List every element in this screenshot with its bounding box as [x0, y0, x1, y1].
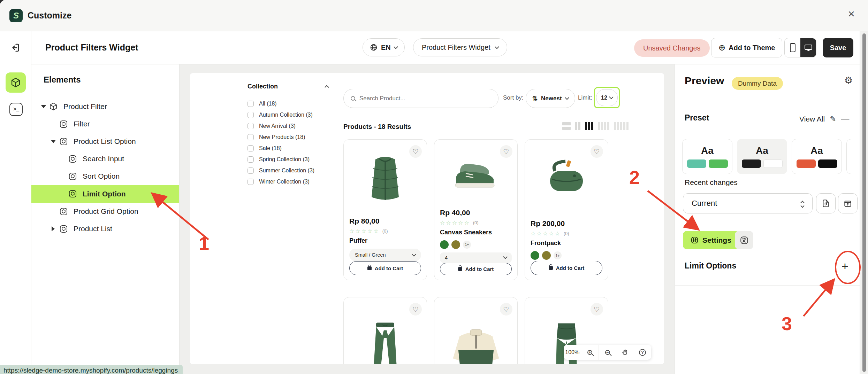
wishlist-heart-icon[interactable]: ♡	[591, 303, 603, 315]
checkbox[interactable]	[248, 167, 254, 174]
two-column-view-icon[interactable]	[575, 122, 580, 130]
caret-down-icon[interactable]	[51, 140, 56, 143]
widget-select-dropdown[interactable]: Product Filters Widget	[413, 38, 507, 56]
caret-down-icon[interactable]	[41, 105, 46, 108]
more-swatches-badge[interactable]: 1+	[463, 241, 471, 249]
quantity-select[interactable]: 4	[440, 252, 512, 263]
tree-item-product-list-option[interactable]: Product List Option	[31, 133, 179, 150]
add-to-cart-button[interactable]: Add to Cart	[531, 261, 602, 275]
tree-item-label: Product Filter	[63, 102, 107, 111]
view-all-link[interactable]: View All	[799, 115, 825, 123]
zoom-out-button[interactable]: −	[599, 345, 616, 360]
tree-item-product-grid-option[interactable]: Product Grid Option	[31, 203, 179, 220]
unsaved-changes-badge: Unsaved Changes	[634, 39, 710, 57]
checkbox[interactable]	[248, 112, 254, 118]
collection-checkbox-sale[interactable]: Sale (18)	[248, 145, 282, 151]
widget-select-value: Product Filters Widget	[422, 44, 490, 52]
language-value: EN	[381, 44, 391, 52]
collection-checkbox-summer[interactable]: Summer Collection (3)	[248, 167, 314, 174]
checkbox[interactable]	[248, 145, 254, 151]
collection-checkbox-spring[interactable]: Spring Collection (3)	[248, 156, 310, 163]
color-swatch-green[interactable]	[440, 240, 449, 249]
edit-pen-icon[interactable]: ✎	[830, 115, 836, 124]
three-column-view-icon[interactable]	[585, 122, 593, 130]
product-price: Rp 200,00	[531, 219, 602, 228]
exit-icon[interactable]	[10, 42, 20, 53]
add-to-cart-label: Add to Cart	[465, 266, 494, 272]
zoom-in-button[interactable]: +	[581, 345, 599, 360]
recent-changes-value: Current	[692, 199, 717, 208]
color-swatch-green[interactable]	[531, 251, 539, 260]
color-swatch-olive[interactable]	[451, 240, 460, 249]
four-column-view-icon[interactable]	[598, 122, 609, 130]
chevron-up-icon[interactable]	[325, 85, 329, 89]
add-to-cart-button[interactable]: Add to Cart	[349, 261, 421, 275]
desktop-icon	[804, 44, 813, 52]
collection-checkbox-new-arrival[interactable]: New Arrival (3)	[248, 123, 296, 129]
close-icon[interactable]: ×	[848, 8, 855, 20]
collection-checkbox-new-products[interactable]: New Products (18)	[248, 134, 305, 140]
checkbox-label: Autumn Collection (3)	[259, 112, 313, 118]
language-dropdown[interactable]: EN	[363, 38, 405, 56]
tree-item-filter[interactable]: Filter	[31, 115, 179, 133]
color-swatch-olive[interactable]	[542, 251, 551, 260]
product-search-field[interactable]	[343, 89, 498, 108]
wishlist-heart-icon[interactable]: ♡	[500, 145, 512, 158]
variant-select[interactable]: Small / Green	[349, 249, 421, 262]
gear-icon[interactable]: ⚙	[844, 75, 853, 86]
add-to-cart-label: Add to Cart	[375, 265, 403, 271]
preset-card-orange[interactable]: Aa	[792, 139, 842, 174]
add-to-cart-button[interactable]: Add to Cart	[440, 263, 512, 275]
checkbox[interactable]	[248, 123, 254, 129]
pan-hand-button[interactable]	[616, 345, 634, 360]
translation-tab-button[interactable]	[735, 231, 753, 249]
help-button[interactable]: ?	[634, 345, 651, 360]
checkbox[interactable]	[248, 156, 254, 163]
sort-dropdown[interactable]: ⇅ Newest	[526, 89, 575, 108]
list-view-icon[interactable]	[562, 122, 571, 130]
wishlist-heart-icon[interactable]: ♡	[500, 303, 512, 315]
collection-heading: Collection	[248, 83, 278, 90]
settings-tab-button[interactable]: Settings	[683, 231, 739, 249]
product-card-halfzip: ♡	[434, 297, 518, 364]
add-limit-option-button[interactable]: +	[842, 259, 848, 273]
caret-right-icon[interactable]	[52, 226, 55, 231]
add-to-theme-button[interactable]: ⊕ Add to Theme	[711, 38, 782, 57]
collapse-minus-icon[interactable]: —	[841, 114, 850, 124]
collection-checkbox-winter[interactable]: Winter Collection (3)	[248, 179, 310, 185]
collection-checkbox-autumn[interactable]: Autumn Collection (3)	[248, 112, 313, 118]
preset-card-green[interactable]: Aa	[682, 139, 732, 174]
terminal-icon[interactable]: >_	[9, 103, 23, 116]
checkbox[interactable]	[248, 101, 254, 107]
preset-card-partial[interactable]: Aa	[846, 139, 860, 174]
tree-item-product-filter[interactable]: Product Filter	[31, 98, 179, 115]
page-scrollbar[interactable]	[860, 31, 868, 374]
wishlist-heart-icon[interactable]: ♡	[591, 145, 603, 158]
wishlist-heart-icon[interactable]: ♡	[409, 145, 422, 158]
divider	[31, 96, 179, 96]
recent-changes-select[interactable]: Current	[683, 193, 813, 213]
grid-view-switcher	[562, 122, 629, 130]
import-history-button[interactable]	[816, 193, 836, 213]
desktop-preview-button[interactable]	[800, 38, 816, 57]
more-swatches-badge[interactable]: 1+	[554, 251, 562, 259]
search-input[interactable]	[359, 95, 478, 102]
tree-item-limit-option-selected[interactable]: Limit Option	[31, 185, 179, 203]
elements-tab-button[interactable]	[6, 72, 26, 93]
add-to-cart-label: Add to Cart	[556, 265, 585, 271]
mobile-preview-button[interactable]	[785, 38, 800, 57]
tree-item-search-input[interactable]: Search Input	[31, 150, 179, 167]
collection-checkbox-all[interactable]: All (18)	[248, 101, 277, 107]
preset-card-dark-selected[interactable]: Aa	[737, 139, 787, 174]
save-button[interactable]: Save	[823, 38, 853, 57]
tree-item-sort-option[interactable]: Sort Option	[31, 167, 179, 185]
checkbox[interactable]	[248, 134, 254, 140]
five-column-view-icon[interactable]	[614, 122, 629, 130]
limit-dropdown[interactable]: 12	[596, 89, 618, 106]
scrollbar-thumb[interactable]	[862, 33, 866, 372]
export-history-button[interactable]	[838, 193, 858, 213]
tree-item-product-list[interactable]: Product List	[31, 220, 179, 237]
wishlist-heart-icon[interactable]: ♡	[409, 303, 422, 315]
product-name: Puffer	[349, 237, 421, 244]
checkbox[interactable]	[248, 179, 254, 185]
